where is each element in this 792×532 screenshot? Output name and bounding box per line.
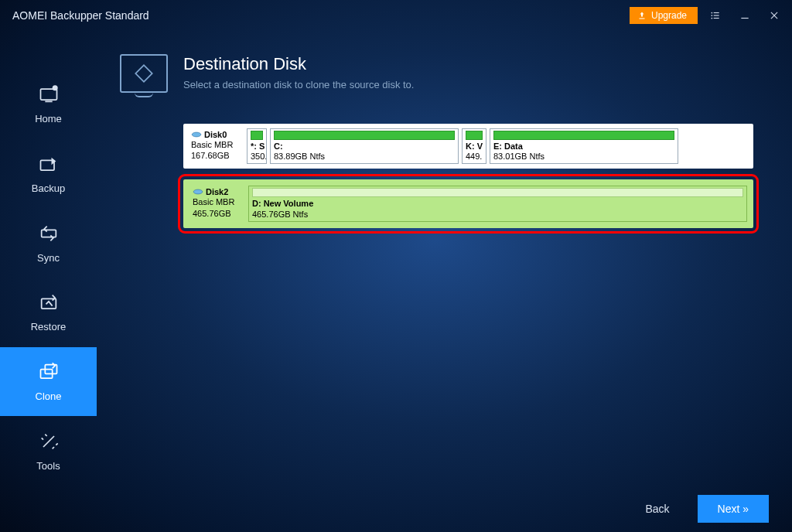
page-header: Destination Disk Select a destination di…: [120, 54, 769, 93]
tools-icon: [38, 431, 60, 452]
minimize-icon[interactable]: [733, 4, 756, 27]
disk-info: Disk0 Basic MBR 167.68GB: [188, 128, 244, 164]
sync-icon: [38, 223, 60, 244]
page-subtitle: Select a destination disk to clone the s…: [183, 79, 414, 90]
clone-icon: [38, 361, 60, 383]
menu-icon[interactable]: [704, 4, 727, 27]
svg-rect-13: [41, 230, 56, 237]
app-window: AOMEI Backupper Standard Upgrade Home Ba…: [0, 0, 792, 532]
sidebar-item-home[interactable]: Home: [0, 70, 97, 139]
svg-rect-3: [714, 15, 719, 15]
sidebar: Home Backup Sync Restore Clone Tools: [0, 31, 97, 486]
disk-info: Disk2 Basic MBR 465.76GB: [189, 186, 245, 221]
partition[interactable]: C: 83.89GB Ntfs: [270, 128, 459, 164]
svg-point-0: [711, 12, 712, 14]
svg-rect-1: [714, 12, 719, 13]
back-button[interactable]: Back: [633, 495, 681, 523]
sidebar-item-backup[interactable]: Backup: [0, 139, 97, 209]
sidebar-item-clone[interactable]: Clone: [0, 347, 97, 417]
app-title: AOMEI Backupper Standard: [12, 9, 623, 22]
svg-point-19: [193, 189, 203, 194]
upgrade-button[interactable]: Upgrade: [630, 7, 698, 24]
disk-icon: [193, 188, 203, 196]
restore-icon: [38, 292, 60, 313]
svg-rect-6: [741, 18, 748, 19]
body: Home Backup Sync Restore Clone Tools: [0, 31, 792, 486]
backup-icon: [38, 153, 60, 175]
partition[interactable]: K: V 449.: [462, 128, 486, 164]
svg-point-2: [711, 15, 712, 16]
partition-list: D: New Volume 465.76GB Ntfs: [248, 186, 747, 221]
sidebar-item-restore[interactable]: Restore: [0, 278, 97, 347]
close-icon[interactable]: [763, 4, 786, 27]
disk-list: Disk0 Basic MBR 167.68GB *: S 350.: [120, 124, 769, 228]
partition[interactable]: *: S 350.: [247, 128, 267, 164]
svg-rect-5: [714, 18, 719, 19]
destination-disk-icon: [120, 54, 168, 93]
page-title: Destination Disk: [183, 54, 414, 74]
disk-row-disk2[interactable]: Disk2 Basic MBR 465.76GB D: New Volume 4…: [183, 179, 753, 227]
main-panel: Destination Disk Select a destination di…: [97, 31, 792, 486]
next-button[interactable]: Next »: [698, 495, 769, 523]
svg-point-4: [711, 18, 712, 19]
footer: Back Next »: [0, 486, 792, 532]
partition-list: *: S 350. C: 83.89GB Ntfs K: V 449.: [247, 128, 749, 164]
upload-icon: [637, 11, 647, 20]
partition[interactable]: D: New Volume 465.76GB Ntfs: [248, 186, 747, 221]
disk-icon: [191, 131, 202, 138]
svg-rect-17: [135, 65, 152, 81]
disk-row-disk0[interactable]: Disk0 Basic MBR 167.68GB *: S 350.: [183, 124, 753, 169]
partition[interactable]: E: Data 83.01GB Ntfs: [490, 128, 678, 164]
titlebar: AOMEI Backupper Standard Upgrade: [0, 0, 792, 31]
svg-point-18: [192, 132, 201, 137]
svg-rect-14: [41, 299, 56, 309]
svg-point-11: [52, 86, 57, 91]
home-icon: [38, 84, 60, 105]
sidebar-item-tools[interactable]: Tools: [0, 416, 97, 486]
sidebar-item-sync[interactable]: Sync: [0, 208, 97, 278]
